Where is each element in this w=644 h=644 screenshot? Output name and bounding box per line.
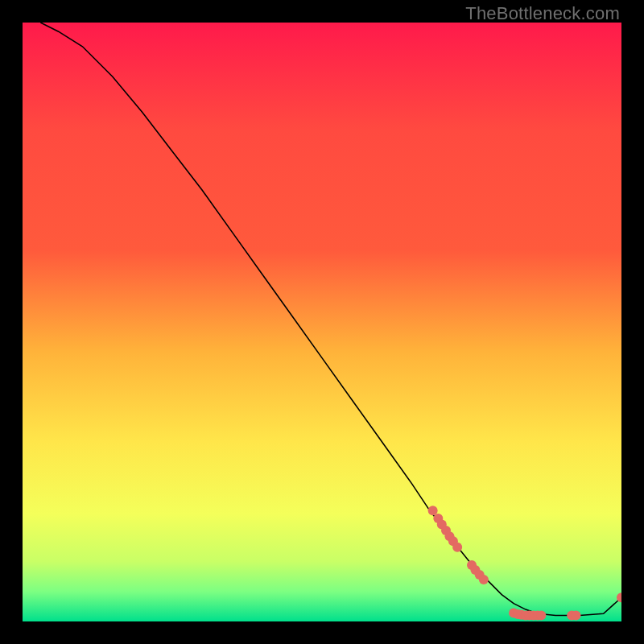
data-marker <box>479 575 489 584</box>
chart-stage: TheBottleneck.com <box>0 0 644 644</box>
data-marker <box>428 506 438 515</box>
data-marker <box>452 543 462 552</box>
chart-svg <box>23 23 621 621</box>
chart-plot <box>23 23 621 621</box>
gradient-bg <box>23 23 621 621</box>
data-marker <box>536 611 546 621</box>
watermark-text: TheBottleneck.com <box>465 3 620 24</box>
data-marker <box>571 611 580 621</box>
